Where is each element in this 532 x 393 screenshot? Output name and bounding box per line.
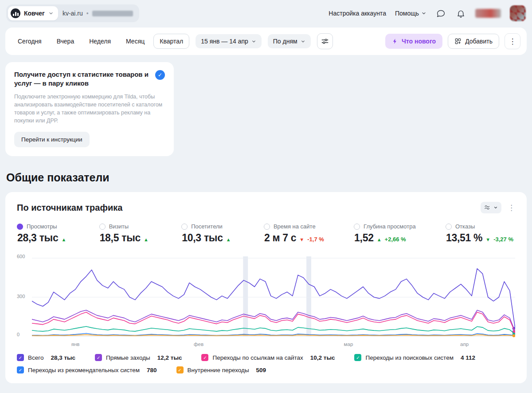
toolbar-left: Сегодня Вчера Неделя Месяц Квартал 15 ян… [12,33,333,49]
legend-value: 12,2 тыс [157,354,182,361]
metric-tab-bounce-rate[interactable]: Отказы 13,51 %▼-3,27 % [446,223,513,244]
legend-row: Переходы из рекомендательных систем 780 … [17,366,515,373]
chart-area: 600 300 0 [17,255,515,338]
counter-name: Ковчег [24,10,45,17]
chart-controls: ⋮ [481,202,515,213]
topbar-left: Ковчег kv-ai.ru • [6,4,139,22]
group-by-select[interactable]: По дням [268,34,311,48]
x-tick-label: фев [194,342,203,347]
metric-label: Посетители [191,223,223,230]
legend-item-internal[interactable]: Внутренние переходы 509 [176,366,266,373]
metric-label: Визиты [109,223,129,230]
chevron-down-icon [251,39,256,44]
chat-bubble-icon [436,9,446,18]
metrics-row: Просмотры 28,3 тыс▲ Визиты 18,5 тыс▲ Пос… [17,223,515,244]
trend-arrow-icon: ▲ [226,237,231,242]
group-by-value: По дням [273,38,297,45]
add-widget-icon [454,38,462,45]
chevron-down-icon [301,39,305,44]
sliders-icon [321,37,329,45]
site-info: kv-ai.ru • [63,10,133,17]
y-tick-label: 300 [17,294,25,299]
chevron-down-icon [421,11,426,16]
counter-switcher[interactable]: Ковчег [8,6,58,20]
period-tab-today[interactable]: Сегодня [12,34,48,49]
legend-label: Всего [28,354,43,361]
account-settings-link[interactable]: Настройка аккаунта [329,10,386,17]
metric-tab-time-on-site[interactable]: Время на сайте 2 м 7 с▼-1,7 % [264,223,324,244]
metric-value: 1,52 [354,232,374,244]
metric-radio-icon [181,224,188,230]
metric-tab-visitors[interactable]: Посетители 10,3 тыс▲ [181,223,234,244]
period-tab-yesterday[interactable]: Вчера [51,34,81,49]
y-tick-label: 0 [17,332,20,337]
date-range-value: 15 янв — 14 апр [201,38,248,45]
metrica-counter-logo-icon [11,8,20,18]
chart-type-select[interactable] [481,202,501,213]
counter-group: Ковчег kv-ai.ru • [6,4,139,22]
add-widget-button[interactable]: Добавить [448,34,499,49]
period-tab-month[interactable]: Месяц [120,34,151,49]
metric-label: Отказы [455,223,475,230]
legend-item-recommendations[interactable]: Переходы из рекомендательных систем 780 [17,366,157,373]
promo-instruction-button[interactable]: Перейти к инструкции [14,132,90,147]
separator-dot: • [86,10,89,17]
legend-value: 4 112 [461,354,475,361]
toolbar: Сегодня Вчера Неделя Месяц Квартал 15 ян… [5,28,527,55]
chart-legend: Всего 28,3 тыс Прямые заходы 12,2 тыс Пе… [17,354,515,373]
legend-row: Всего 28,3 тыс Прямые заходы 12,2 тыс Пе… [17,354,515,361]
chat-button[interactable] [435,8,446,19]
add-widget-label: Добавить [465,38,493,45]
legend-value: 780 [147,367,157,373]
metric-label: Просмотры [27,223,57,230]
toolbar-right: Что нового Добавить ⋮ [385,33,520,49]
notifications-button[interactable] [455,8,466,19]
site-link[interactable]: kv-ai.ru [63,10,83,17]
metric-radio-icon [99,224,106,230]
trend-arrow-icon: ▼ [299,237,304,242]
metric-tab-visits[interactable]: Визиты 18,5 тыс▲ [99,223,152,244]
metric-tab-depth[interactable]: Глубина просмотра 1,52▲+2,66 % [354,223,416,244]
legend-label: Переходы из поисковых систем [365,354,453,361]
legend-value: 509 [256,367,266,373]
promo-description: Подключите электронную коммерцию для Til… [14,93,165,125]
help-label: Помощь [395,10,419,17]
date-range-select[interactable]: 15 янв — 14 апр [196,34,262,48]
checkbox-checked-icon [201,354,208,361]
whats-new-button[interactable]: Что нового [385,34,442,49]
legend-item-search[interactable]: Переходы из поисковых систем 4 112 [354,354,475,361]
redacted-user-name [475,9,501,18]
chart-menu-button[interactable]: ⋮ [508,203,515,212]
metric-value: 2 м 7 с [264,232,296,244]
metric-value: 13,51 % [446,232,482,244]
legend-value: 10,2 тыс [310,354,335,361]
trend-arrow-icon: ▼ [485,237,490,242]
legend-item-direct[interactable]: Прямые заходы 12,2 тыс [95,354,182,361]
toolbar-menu-button[interactable]: ⋮ [505,33,520,49]
filters-button[interactable] [317,33,333,49]
y-axis: 600 300 0 [17,255,32,338]
legend-item-total[interactable]: Всего 28,3 тыс [17,354,75,361]
period-tab-quarter[interactable]: Квартал [153,34,189,49]
promo-card: Получите доступ к статистике товаров и у… [5,62,174,156]
x-tick-label: янв [71,342,80,347]
legend-label: Внутренние переходы [188,367,249,373]
period-tab-week[interactable]: Неделя [83,34,117,49]
metric-tab-views[interactable]: Просмотры 28,3 тыс▲ [17,223,69,244]
checkbox-checked-icon [95,354,102,361]
checkbox-checked-icon [354,354,361,361]
topbar: Ковчег kv-ai.ru • Настройка аккаунта Пом… [5,4,527,23]
legend-label: Переходы из рекомендательных систем [28,367,140,373]
traffic-line-chart[interactable] [32,255,515,338]
metric-label: Время на сайте [274,223,316,230]
legend-item-site-links[interactable]: Переходы по ссылкам на сайтах 10,2 тыс [201,354,335,361]
x-tick-label: апр [460,342,469,347]
help-menu[interactable]: Помощь [395,10,426,17]
redacted-counter-id [92,11,133,16]
chevron-down-icon [48,11,54,16]
metric-value: 18,5 тыс [100,232,141,244]
x-tick-label: мар [344,342,353,347]
avatar[interactable] [510,5,526,21]
line-chart-type-icon [484,204,491,211]
chart-plot[interactable] [32,255,515,338]
